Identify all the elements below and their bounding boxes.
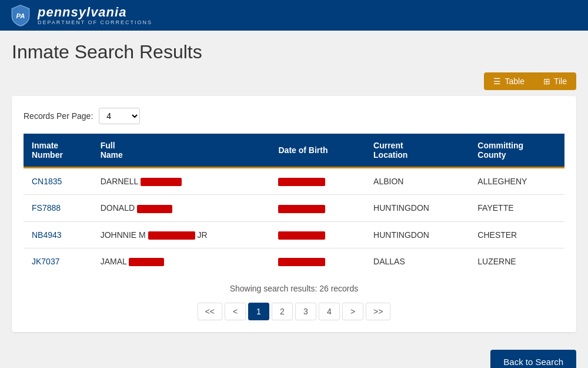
table-row: CN1835DARNELL ALBIONALLEGHENY bbox=[24, 168, 564, 195]
pagination-next[interactable]: > bbox=[342, 303, 363, 320]
pagination-first[interactable]: << bbox=[198, 303, 222, 320]
cell-committing-county: ALLEGHENY bbox=[469, 168, 564, 195]
dob-redacted bbox=[278, 258, 325, 266]
pagination-prev[interactable]: < bbox=[225, 303, 246, 320]
main-card: Records Per Page: 4 10 25 50 InmateNumbe… bbox=[12, 96, 576, 332]
cell-dob bbox=[270, 221, 365, 248]
cell-inmate-number: NB4943 bbox=[24, 221, 92, 248]
cell-committing-county: FAYETTE bbox=[469, 195, 564, 221]
pagination-last[interactable]: >> bbox=[366, 303, 390, 320]
pa-shield-icon: PA bbox=[9, 4, 32, 26]
pagination: << < 1 2 3 4 > >> bbox=[24, 303, 564, 320]
org-name: pennsylvania bbox=[38, 5, 152, 19]
cell-dob bbox=[270, 248, 365, 274]
table-icon: ☰ bbox=[493, 77, 501, 86]
records-per-page-select[interactable]: 4 10 25 50 bbox=[99, 108, 140, 124]
svg-text:PA: PA bbox=[16, 12, 25, 19]
cell-inmate-number: FS7888 bbox=[24, 195, 92, 221]
cell-committing-county: CHESTER bbox=[469, 221, 564, 248]
dob-redacted bbox=[278, 205, 325, 213]
tile-view-label: Tile bbox=[554, 77, 567, 86]
name-first: JOHNNIE M bbox=[101, 230, 148, 240]
cell-full-name: DONALD bbox=[92, 195, 270, 221]
records-per-page-label: Records Per Page: bbox=[24, 111, 93, 121]
tile-icon: ⊞ bbox=[543, 77, 550, 86]
cell-dob bbox=[270, 168, 365, 195]
table-header: InmateNumber FullName Date of Birth Curr… bbox=[24, 134, 564, 168]
table-view-label: Table bbox=[505, 77, 524, 86]
tile-view-button[interactable]: ⊞ Tile bbox=[534, 72, 576, 90]
org-dept: DEPARTMENT OF CORRECTIONS bbox=[38, 19, 152, 25]
cell-committing-county: LUZERNE bbox=[469, 248, 564, 274]
page-title: Inmate Search Results bbox=[12, 41, 576, 63]
table-view-button[interactable]: ☰ Table bbox=[484, 72, 533, 90]
col-current-location: CurrentLocation bbox=[365, 134, 469, 168]
back-to-search-button[interactable]: Back to Search bbox=[490, 350, 576, 368]
table-body: CN1835DARNELL ALBIONALLEGHENYFS7888DONAL… bbox=[24, 168, 564, 275]
cell-current-location: HUNTINGDON bbox=[365, 221, 469, 248]
dob-redacted bbox=[278, 231, 325, 240]
cell-full-name: JAMAL bbox=[92, 248, 270, 274]
site-header: PA pennsylvania DEPARTMENT OF CORRECTION… bbox=[0, 0, 588, 31]
cell-dob bbox=[270, 195, 365, 221]
cell-inmate-number: JK7037 bbox=[24, 248, 92, 274]
logo: PA pennsylvania DEPARTMENT OF CORRECTION… bbox=[9, 4, 152, 26]
footer-area: Back to Search bbox=[0, 344, 588, 368]
name-suffix: JR bbox=[195, 230, 208, 240]
table-row: JK7037JAMAL DALLASLUZERNE bbox=[24, 248, 564, 274]
name-first: DONALD bbox=[101, 203, 137, 213]
records-per-page-row: Records Per Page: 4 10 25 50 bbox=[24, 108, 564, 124]
dob-redacted bbox=[278, 178, 325, 186]
cell-current-location: HUNTINGDON bbox=[365, 195, 469, 221]
col-committing-county: CommittingCounty bbox=[469, 134, 564, 168]
pagination-page-4[interactable]: 4 bbox=[319, 303, 340, 320]
pagination-page-1[interactable]: 1 bbox=[248, 303, 269, 320]
cell-full-name: JOHNNIE M JR bbox=[92, 221, 270, 248]
col-dob: Date of Birth bbox=[270, 134, 365, 168]
name-first: JAMAL bbox=[101, 257, 129, 266]
name-last-redacted bbox=[141, 178, 182, 186]
org-name-block: pennsylvania DEPARTMENT OF CORRECTIONS bbox=[38, 5, 152, 25]
col-full-name: FullName bbox=[92, 134, 270, 168]
pagination-page-3[interactable]: 3 bbox=[295, 303, 316, 320]
view-toggle-group: ☰ Table ⊞ Tile bbox=[0, 69, 588, 96]
cell-full-name: DARNELL bbox=[92, 168, 270, 195]
results-table: InmateNumber FullName Date of Birth Curr… bbox=[24, 134, 564, 274]
page-title-area: Inmate Search Results bbox=[0, 31, 588, 69]
cell-inmate-number: CN1835 bbox=[24, 168, 92, 195]
name-last-redacted bbox=[129, 258, 164, 266]
cell-current-location: DALLAS bbox=[365, 248, 469, 274]
pagination-page-2[interactable]: 2 bbox=[272, 303, 293, 320]
name-first: DARNELL bbox=[101, 177, 141, 186]
name-last-redacted bbox=[148, 231, 195, 240]
table-header-row: InmateNumber FullName Date of Birth Curr… bbox=[24, 134, 564, 168]
name-last-redacted bbox=[137, 205, 172, 213]
col-inmate-number: InmateNumber bbox=[24, 134, 92, 168]
table-row: FS7888DONALD HUNTINGDONFAYETTE bbox=[24, 195, 564, 221]
results-summary: Showing search results: 26 records bbox=[24, 284, 564, 293]
cell-current-location: ALBION bbox=[365, 168, 469, 195]
table-row: NB4943JOHNNIE M JRHUNTINGDONCHESTER bbox=[24, 221, 564, 248]
